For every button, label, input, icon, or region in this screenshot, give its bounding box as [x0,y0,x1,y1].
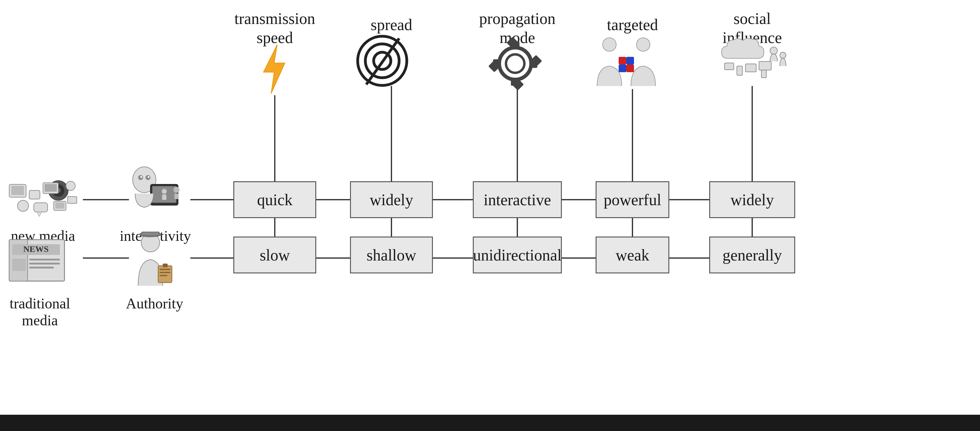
svg-rect-42 [626,64,634,72]
box-powerful: powerful [596,181,669,218]
box-widely-1: widely [350,181,433,218]
gear-icon [484,37,546,92]
traditional-media-image: NEWS [6,233,74,290]
svg-rect-64 [68,196,77,203]
svg-rect-85 [158,266,172,283]
traditional-media-label: traditional media [2,295,78,329]
svg-rect-43 [725,63,734,70]
svg-rect-91 [142,232,159,236]
svg-marker-22 [263,45,285,94]
box-slow: slow [233,236,316,273]
box-interactive: interactive [473,181,562,218]
bottom-bar [0,415,980,431]
svg-point-58 [18,200,29,211]
box-generally: generally [709,236,795,273]
svg-point-69 [148,176,150,178]
svg-rect-83 [12,259,26,271]
svg-point-49 [780,52,786,58]
people-puzzle-icon [588,34,665,89]
svg-rect-82 [29,267,54,268]
svg-rect-39 [619,57,626,64]
target-icon [355,34,410,89]
svg-rect-47 [761,70,766,78]
authority-label: Authority [126,295,181,312]
box-widely-2: widely [709,181,795,218]
header-spread: spread [350,15,433,34]
diagram-container: transmission speed spread propagationmod… [0,0,980,415]
svg-point-38 [636,38,650,51]
box-quick: quick [233,181,316,218]
lightning-icon [257,45,291,95]
svg-rect-59 [34,203,48,212]
interactivity-image [120,163,187,225]
svg-point-72 [162,189,167,194]
box-shallow: shallow [350,236,433,273]
svg-rect-87 [160,269,170,270]
social-network-icon [709,34,795,89]
svg-rect-51 [11,186,24,195]
svg-rect-40 [626,57,634,64]
svg-rect-46 [759,61,771,70]
svg-text:NEWS: NEWS [23,244,49,254]
svg-rect-73 [162,195,166,200]
svg-point-28 [506,54,524,73]
svg-rect-89 [160,275,167,276]
svg-rect-81 [29,263,60,265]
svg-rect-62 [55,203,64,209]
new-media-image [6,166,80,228]
svg-rect-88 [160,272,170,273]
header-transmission-speed: transmission speed [233,9,316,48]
svg-point-48 [770,47,777,54]
svg-marker-60 [37,212,42,217]
svg-rect-75 [174,193,179,199]
svg-rect-41 [619,64,626,72]
svg-rect-86 [163,263,168,267]
svg-rect-80 [29,259,60,260]
box-weak: weak [596,236,669,273]
svg-point-68 [140,176,142,178]
svg-rect-44 [737,66,742,75]
svg-rect-52 [29,190,40,199]
svg-rect-57 [45,184,57,192]
authority-image [120,230,181,292]
box-unidirectional: unidirectional [473,236,562,273]
header-targeted: targeted [596,15,669,34]
svg-point-37 [603,38,616,51]
svg-point-63 [66,181,75,190]
svg-rect-45 [745,64,756,72]
svg-point-74 [173,187,180,193]
